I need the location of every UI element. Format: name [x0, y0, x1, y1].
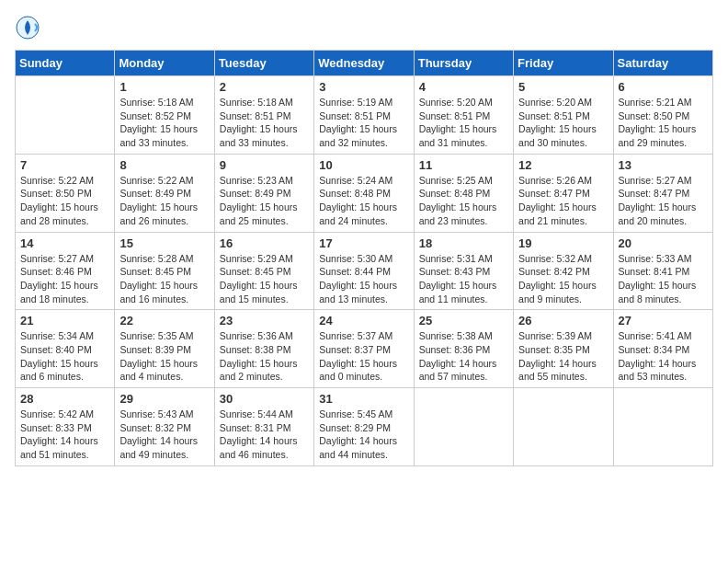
day-number: 25 — [419, 314, 508, 327]
logo — [15, 15, 44, 40]
calendar-week-5: 28Sunrise: 5:42 AM Sunset: 8:33 PM Dayli… — [16, 388, 713, 466]
day-info: Sunrise: 5:43 AM Sunset: 8:32 PM Dayligh… — [119, 408, 209, 462]
day-number: 1 — [119, 80, 209, 94]
day-info: Sunrise: 5:24 AM Sunset: 8:48 PM Dayligh… — [319, 174, 408, 228]
day-number: 19 — [518, 236, 608, 250]
calendar-cell — [414, 388, 513, 466]
day-info: Sunrise: 5:22 AM Sunset: 8:50 PM Dayligh… — [20, 174, 109, 228]
weekday-header-saturday: Saturday — [613, 51, 712, 76]
calendar-cell: 30Sunrise: 5:44 AM Sunset: 8:31 PM Dayli… — [214, 388, 313, 466]
day-info: Sunrise: 5:35 AM Sunset: 8:39 PM Dayligh… — [119, 329, 209, 384]
day-number: 23 — [220, 314, 309, 327]
calendar-cell: 16Sunrise: 5:29 AM Sunset: 8:45 PM Dayli… — [214, 232, 313, 310]
day-number: 28 — [20, 392, 109, 406]
day-info: Sunrise: 5:45 AM Sunset: 8:29 PM Dayligh… — [319, 408, 408, 462]
day-info: Sunrise: 5:18 AM Sunset: 8:52 PM Dayligh… — [119, 96, 209, 150]
calendar-cell: 22Sunrise: 5:35 AM Sunset: 8:39 PM Dayli… — [115, 310, 214, 388]
day-info: Sunrise: 5:42 AM Sunset: 8:33 PM Dayligh… — [20, 408, 109, 462]
calendar-cell: 11Sunrise: 5:25 AM Sunset: 8:48 PM Dayli… — [414, 154, 513, 232]
calendar-cell: 19Sunrise: 5:32 AM Sunset: 8:42 PM Dayli… — [514, 232, 613, 310]
day-number: 4 — [419, 80, 508, 94]
calendar-cell — [613, 388, 712, 466]
weekday-header-monday: Monday — [115, 51, 214, 76]
weekday-header-sunday: Sunday — [16, 51, 115, 76]
day-info: Sunrise: 5:32 AM Sunset: 8:42 PM Dayligh… — [518, 252, 608, 306]
day-number: 13 — [619, 158, 708, 172]
calendar-cell: 28Sunrise: 5:42 AM Sunset: 8:33 PM Dayli… — [16, 388, 115, 466]
day-info: Sunrise: 5:41 AM Sunset: 8:34 PM Dayligh… — [619, 329, 708, 384]
calendar-cell: 4Sunrise: 5:20 AM Sunset: 8:51 PM Daylig… — [414, 76, 513, 155]
calendar-cell: 5Sunrise: 5:20 AM Sunset: 8:51 PM Daylig… — [514, 76, 613, 155]
day-number: 30 — [220, 392, 309, 406]
calendar-cell: 6Sunrise: 5:21 AM Sunset: 8:50 PM Daylig… — [613, 76, 712, 155]
day-number: 5 — [518, 80, 608, 94]
day-info: Sunrise: 5:38 AM Sunset: 8:36 PM Dayligh… — [419, 329, 508, 384]
calendar: SundayMondayTuesdayWednesdayThursdayFrid… — [15, 50, 713, 466]
day-info: Sunrise: 5:30 AM Sunset: 8:44 PM Dayligh… — [319, 252, 408, 306]
calendar-cell: 12Sunrise: 5:26 AM Sunset: 8:47 PM Dayli… — [514, 154, 613, 232]
calendar-cell: 8Sunrise: 5:22 AM Sunset: 8:49 PM Daylig… — [115, 154, 214, 232]
day-info: Sunrise: 5:27 AM Sunset: 8:46 PM Dayligh… — [20, 252, 109, 306]
weekday-header-wednesday: Wednesday — [314, 51, 414, 76]
day-info: Sunrise: 5:25 AM Sunset: 8:48 PM Dayligh… — [419, 174, 508, 228]
day-number: 2 — [220, 80, 309, 94]
day-info: Sunrise: 5:33 AM Sunset: 8:41 PM Dayligh… — [619, 252, 708, 306]
day-info: Sunrise: 5:39 AM Sunset: 8:35 PM Dayligh… — [518, 329, 608, 384]
day-number: 7 — [20, 158, 109, 172]
day-number: 12 — [518, 158, 608, 172]
day-info: Sunrise: 5:27 AM Sunset: 8:47 PM Dayligh… — [619, 174, 708, 228]
day-info: Sunrise: 5:36 AM Sunset: 8:38 PM Dayligh… — [220, 329, 309, 384]
day-number: 17 — [319, 236, 408, 250]
calendar-cell: 24Sunrise: 5:37 AM Sunset: 8:37 PM Dayli… — [314, 310, 414, 388]
day-number: 16 — [220, 236, 309, 250]
day-number: 8 — [119, 158, 209, 172]
day-number: 24 — [319, 314, 408, 327]
calendar-week-2: 7Sunrise: 5:22 AM Sunset: 8:50 PM Daylig… — [16, 154, 713, 232]
calendar-cell: 2Sunrise: 5:18 AM Sunset: 8:51 PM Daylig… — [214, 76, 313, 155]
calendar-cell: 3Sunrise: 5:19 AM Sunset: 8:51 PM Daylig… — [314, 76, 414, 155]
weekday-header-row: SundayMondayTuesdayWednesdayThursdayFrid… — [16, 51, 713, 76]
calendar-cell: 9Sunrise: 5:23 AM Sunset: 8:49 PM Daylig… — [214, 154, 313, 232]
day-number: 20 — [619, 236, 708, 250]
calendar-cell: 17Sunrise: 5:30 AM Sunset: 8:44 PM Dayli… — [314, 232, 414, 310]
calendar-cell: 23Sunrise: 5:36 AM Sunset: 8:38 PM Dayli… — [214, 310, 313, 388]
day-info: Sunrise: 5:34 AM Sunset: 8:40 PM Dayligh… — [20, 329, 109, 384]
day-number: 22 — [119, 314, 209, 327]
calendar-cell: 13Sunrise: 5:27 AM Sunset: 8:47 PM Dayli… — [613, 154, 712, 232]
calendar-cell: 25Sunrise: 5:38 AM Sunset: 8:36 PM Dayli… — [414, 310, 513, 388]
day-number: 21 — [20, 314, 109, 327]
day-info: Sunrise: 5:22 AM Sunset: 8:49 PM Dayligh… — [119, 174, 209, 228]
weekday-header-thursday: Thursday — [414, 51, 513, 76]
day-info: Sunrise: 5:26 AM Sunset: 8:47 PM Dayligh… — [518, 174, 608, 228]
day-info: Sunrise: 5:21 AM Sunset: 8:50 PM Dayligh… — [619, 96, 708, 150]
calendar-cell — [16, 76, 115, 155]
day-number: 31 — [319, 392, 408, 406]
day-info: Sunrise: 5:20 AM Sunset: 8:51 PM Dayligh… — [518, 96, 608, 150]
calendar-cell: 15Sunrise: 5:28 AM Sunset: 8:45 PM Dayli… — [115, 232, 214, 310]
calendar-cell: 18Sunrise: 5:31 AM Sunset: 8:43 PM Dayli… — [414, 232, 513, 310]
day-info: Sunrise: 5:20 AM Sunset: 8:51 PM Dayligh… — [419, 96, 508, 150]
day-number: 29 — [119, 392, 209, 406]
calendar-cell: 14Sunrise: 5:27 AM Sunset: 8:46 PM Dayli… — [16, 232, 115, 310]
logo-icon — [15, 15, 40, 40]
calendar-cell: 7Sunrise: 5:22 AM Sunset: 8:50 PM Daylig… — [16, 154, 115, 232]
calendar-week-3: 14Sunrise: 5:27 AM Sunset: 8:46 PM Dayli… — [16, 232, 713, 310]
day-info: Sunrise: 5:31 AM Sunset: 8:43 PM Dayligh… — [419, 252, 508, 306]
day-number: 3 — [319, 80, 408, 94]
calendar-cell: 21Sunrise: 5:34 AM Sunset: 8:40 PM Dayli… — [16, 310, 115, 388]
day-number: 6 — [619, 80, 708, 94]
day-number: 26 — [518, 314, 608, 327]
day-number: 18 — [419, 236, 508, 250]
day-number: 11 — [419, 158, 508, 172]
day-number: 27 — [619, 314, 708, 327]
day-number: 15 — [119, 236, 209, 250]
calendar-cell: 1Sunrise: 5:18 AM Sunset: 8:52 PM Daylig… — [115, 76, 214, 155]
day-info: Sunrise: 5:28 AM Sunset: 8:45 PM Dayligh… — [119, 252, 209, 306]
header — [15, 15, 713, 40]
calendar-week-4: 21Sunrise: 5:34 AM Sunset: 8:40 PM Dayli… — [16, 310, 713, 388]
day-number: 10 — [319, 158, 408, 172]
calendar-cell: 31Sunrise: 5:45 AM Sunset: 8:29 PM Dayli… — [314, 388, 414, 466]
calendar-cell: 26Sunrise: 5:39 AM Sunset: 8:35 PM Dayli… — [514, 310, 613, 388]
calendar-cell: 27Sunrise: 5:41 AM Sunset: 8:34 PM Dayli… — [613, 310, 712, 388]
weekday-header-friday: Friday — [514, 51, 613, 76]
